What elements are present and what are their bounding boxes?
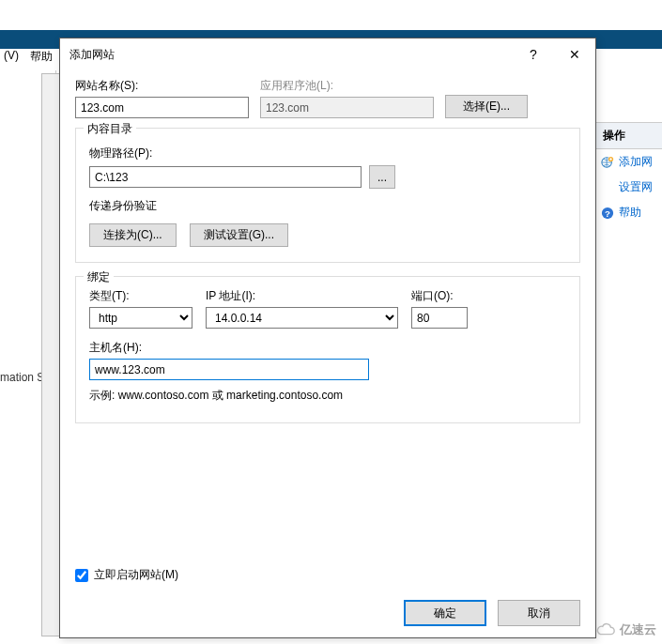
binding-host-label: 主机名(H):: [89, 340, 369, 356]
select-app-pool-button[interactable]: 选择(E)...: [445, 95, 528, 118]
action-set-website-label: 设置网: [619, 179, 653, 195]
binding-ip-select[interactable]: 14.0.0.14: [206, 307, 398, 329]
menu-item-help[interactable]: 帮助: [30, 49, 53, 65]
dialog-footer: 确定 取消: [404, 600, 580, 626]
left-tree-label: mation S: [0, 371, 44, 384]
cloud-icon: [595, 622, 616, 637]
binding-type-label: 类型(T):: [89, 288, 192, 304]
dialog-help-button[interactable]: ?: [513, 39, 554, 69]
action-help-label: 帮助: [619, 205, 641, 221]
help-icon: ?: [601, 207, 614, 220]
action-add-website[interactable]: 添加网: [595, 149, 662, 175]
app-pool-label: 应用程序池(L):: [260, 78, 434, 94]
ok-button[interactable]: 确定: [404, 600, 486, 626]
connect-as-button[interactable]: 连接为(C)...: [89, 223, 177, 247]
content-directory-legend: 内容目录: [84, 121, 136, 137]
binding-ip-label: IP 地址(I):: [206, 288, 398, 304]
svg-text:?: ?: [605, 207, 610, 218]
dialog-titlebar: 添加网站 ? ✕: [60, 38, 595, 70]
action-add-website-label: 添加网: [619, 154, 653, 170]
action-set-website[interactable]: 设置网: [595, 175, 662, 200]
binding-port-input[interactable]: [411, 307, 468, 329]
site-name-label: 网站名称(S):: [75, 78, 249, 94]
cancel-button[interactable]: 取消: [498, 600, 580, 626]
actions-panel: 操作 添加网 设置网 ? 帮助: [594, 122, 662, 629]
menu-item-view[interactable]: (V): [4, 49, 19, 65]
watermark-text: 亿速云: [620, 621, 656, 638]
binding-fieldset: 绑定 类型(T): http IP 地址(I): 14.0.0.14 端口(O)…: [75, 276, 580, 423]
add-website-dialog: 添加网站 ? ✕ 网站名称(S): 应用程序池(L): 选择(E)... 内容目…: [59, 38, 596, 638]
binding-port-label: 端口(O):: [411, 288, 468, 304]
globe-add-icon: [601, 156, 614, 169]
dialog-title: 添加网站: [69, 47, 115, 63]
browse-path-button[interactable]: ...: [369, 165, 395, 189]
start-immediately-checkbox[interactable]: [75, 569, 88, 582]
passthrough-auth-label: 传递身份验证: [89, 198, 566, 214]
binding-example-text: 示例: www.contoso.com 或 marketing.contoso.…: [89, 388, 566, 404]
watermark: 亿速云: [595, 621, 656, 638]
binding-host-input[interactable]: [89, 359, 369, 380]
site-name-input[interactable]: [75, 97, 249, 118]
physical-path-input[interactable]: [89, 166, 362, 188]
dialog-close-button[interactable]: ✕: [554, 39, 595, 69]
start-immediately-checkbox-row[interactable]: 立即启动网站(M): [75, 567, 178, 583]
main-menu-bar: (V) 帮助: [0, 49, 53, 65]
mid-panel-strip: [41, 73, 60, 636]
actions-panel-header: 操作: [595, 122, 662, 149]
action-help[interactable]: ? 帮助: [595, 200, 662, 225]
app-pool-input: [260, 97, 434, 118]
binding-legend: 绑定: [84, 269, 114, 285]
dialog-body: 网站名称(S): 应用程序池(L): 选择(E)... 内容目录 物理路径(P)…: [60, 70, 595, 637]
test-settings-button[interactable]: 测试设置(G)...: [190, 223, 288, 247]
content-directory-fieldset: 内容目录 物理路径(P): ... 传递身份验证 连接为(C)... 测试设置(…: [75, 128, 580, 263]
start-immediately-label: 立即启动网站(M): [94, 567, 178, 583]
physical-path-label: 物理路径(P):: [89, 146, 566, 161]
binding-type-select[interactable]: http: [89, 307, 192, 329]
